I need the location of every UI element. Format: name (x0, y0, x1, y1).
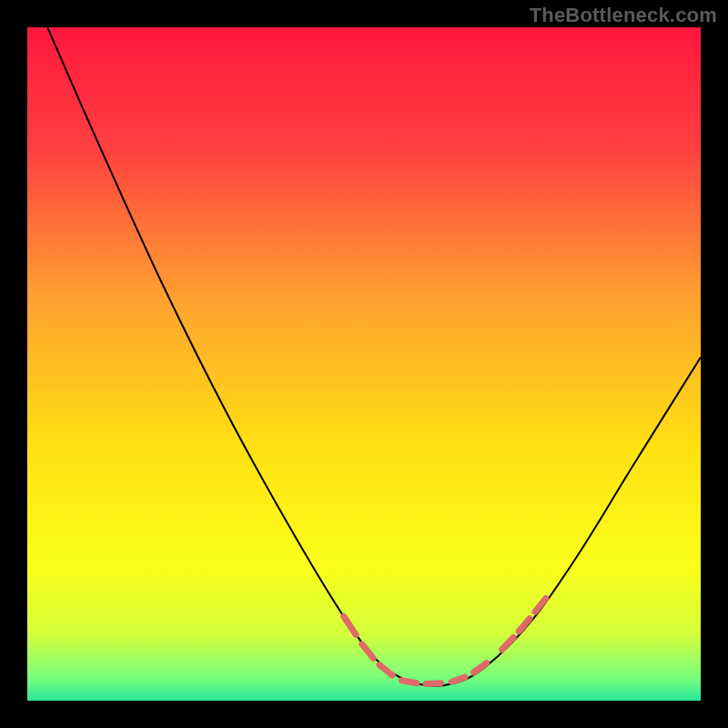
marker-dash (426, 683, 440, 684)
marker-dash (401, 681, 416, 683)
watermark-text: TheBottleneck.com (530, 4, 717, 27)
bottleneck-chart (27, 27, 701, 701)
gradient-background (27, 27, 701, 701)
marker-dash (451, 677, 465, 682)
chart-frame: TheBottleneck.com (0, 0, 728, 728)
